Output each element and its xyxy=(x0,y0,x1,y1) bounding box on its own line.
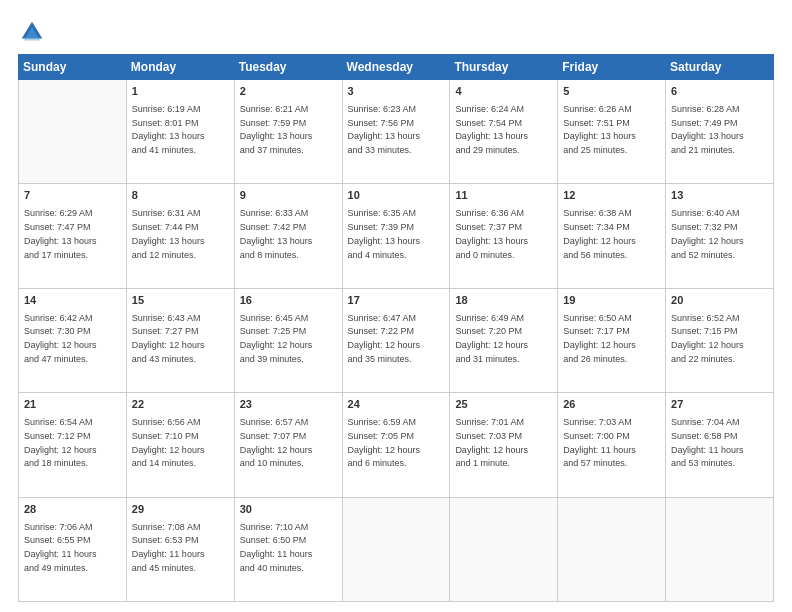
week-row-1: 7Sunrise: 6:29 AM Sunset: 7:47 PM Daylig… xyxy=(19,184,774,288)
day-info: Sunrise: 7:04 AM Sunset: 6:58 PM Dayligh… xyxy=(671,417,744,468)
calendar-cell: 2Sunrise: 6:21 AM Sunset: 7:59 PM Daylig… xyxy=(234,80,342,184)
day-number: 21 xyxy=(24,397,121,413)
day-number: 20 xyxy=(671,293,768,309)
day-number: 17 xyxy=(348,293,445,309)
calendar: SundayMondayTuesdayWednesdayThursdayFrid… xyxy=(18,54,774,602)
calendar-cell: 22Sunrise: 6:56 AM Sunset: 7:10 PM Dayli… xyxy=(126,393,234,497)
day-number: 13 xyxy=(671,188,768,204)
calendar-cell: 15Sunrise: 6:43 AM Sunset: 7:27 PM Dayli… xyxy=(126,288,234,392)
day-number: 27 xyxy=(671,397,768,413)
calendar-cell: 19Sunrise: 6:50 AM Sunset: 7:17 PM Dayli… xyxy=(558,288,666,392)
day-number: 5 xyxy=(563,84,660,100)
calendar-cell: 30Sunrise: 7:10 AM Sunset: 6:50 PM Dayli… xyxy=(234,497,342,601)
day-info: Sunrise: 6:24 AM Sunset: 7:54 PM Dayligh… xyxy=(455,104,528,155)
day-info: Sunrise: 6:43 AM Sunset: 7:27 PM Dayligh… xyxy=(132,313,205,364)
day-info: Sunrise: 6:50 AM Sunset: 7:17 PM Dayligh… xyxy=(563,313,636,364)
day-number: 16 xyxy=(240,293,337,309)
day-info: Sunrise: 6:54 AM Sunset: 7:12 PM Dayligh… xyxy=(24,417,97,468)
day-number: 6 xyxy=(671,84,768,100)
day-header-monday: Monday xyxy=(126,55,234,80)
day-header-thursday: Thursday xyxy=(450,55,558,80)
day-info: Sunrise: 6:35 AM Sunset: 7:39 PM Dayligh… xyxy=(348,208,421,259)
day-info: Sunrise: 7:06 AM Sunset: 6:55 PM Dayligh… xyxy=(24,522,97,573)
day-info: Sunrise: 6:57 AM Sunset: 7:07 PM Dayligh… xyxy=(240,417,313,468)
calendar-cell: 16Sunrise: 6:45 AM Sunset: 7:25 PM Dayli… xyxy=(234,288,342,392)
week-row-4: 28Sunrise: 7:06 AM Sunset: 6:55 PM Dayli… xyxy=(19,497,774,601)
day-header-tuesday: Tuesday xyxy=(234,55,342,80)
calendar-cell: 23Sunrise: 6:57 AM Sunset: 7:07 PM Dayli… xyxy=(234,393,342,497)
calendar-cell xyxy=(666,497,774,601)
calendar-cell: 6Sunrise: 6:28 AM Sunset: 7:49 PM Daylig… xyxy=(666,80,774,184)
day-info: Sunrise: 6:33 AM Sunset: 7:42 PM Dayligh… xyxy=(240,208,313,259)
calendar-cell: 8Sunrise: 6:31 AM Sunset: 7:44 PM Daylig… xyxy=(126,184,234,288)
day-info: Sunrise: 6:59 AM Sunset: 7:05 PM Dayligh… xyxy=(348,417,421,468)
calendar-cell: 26Sunrise: 7:03 AM Sunset: 7:00 PM Dayli… xyxy=(558,393,666,497)
day-info: Sunrise: 6:49 AM Sunset: 7:20 PM Dayligh… xyxy=(455,313,528,364)
day-number: 25 xyxy=(455,397,552,413)
header xyxy=(18,18,774,46)
calendar-cell: 12Sunrise: 6:38 AM Sunset: 7:34 PM Dayli… xyxy=(558,184,666,288)
calendar-cell xyxy=(342,497,450,601)
calendar-cell: 24Sunrise: 6:59 AM Sunset: 7:05 PM Dayli… xyxy=(342,393,450,497)
day-number: 8 xyxy=(132,188,229,204)
day-info: Sunrise: 6:38 AM Sunset: 7:34 PM Dayligh… xyxy=(563,208,636,259)
calendar-cell xyxy=(558,497,666,601)
day-header-wednesday: Wednesday xyxy=(342,55,450,80)
calendar-cell: 21Sunrise: 6:54 AM Sunset: 7:12 PM Dayli… xyxy=(19,393,127,497)
calendar-cell xyxy=(19,80,127,184)
day-number: 2 xyxy=(240,84,337,100)
day-number: 4 xyxy=(455,84,552,100)
day-info: Sunrise: 6:26 AM Sunset: 7:51 PM Dayligh… xyxy=(563,104,636,155)
day-info: Sunrise: 6:52 AM Sunset: 7:15 PM Dayligh… xyxy=(671,313,744,364)
logo xyxy=(18,18,50,46)
calendar-cell: 25Sunrise: 7:01 AM Sunset: 7:03 PM Dayli… xyxy=(450,393,558,497)
day-info: Sunrise: 6:56 AM Sunset: 7:10 PM Dayligh… xyxy=(132,417,205,468)
calendar-cell: 4Sunrise: 6:24 AM Sunset: 7:54 PM Daylig… xyxy=(450,80,558,184)
day-info: Sunrise: 6:23 AM Sunset: 7:56 PM Dayligh… xyxy=(348,104,421,155)
day-number: 29 xyxy=(132,502,229,518)
day-info: Sunrise: 6:28 AM Sunset: 7:49 PM Dayligh… xyxy=(671,104,744,155)
calendar-cell: 9Sunrise: 6:33 AM Sunset: 7:42 PM Daylig… xyxy=(234,184,342,288)
day-number: 3 xyxy=(348,84,445,100)
calendar-cell: 29Sunrise: 7:08 AM Sunset: 6:53 PM Dayli… xyxy=(126,497,234,601)
calendar-cell: 10Sunrise: 6:35 AM Sunset: 7:39 PM Dayli… xyxy=(342,184,450,288)
day-number: 10 xyxy=(348,188,445,204)
calendar-cell: 5Sunrise: 6:26 AM Sunset: 7:51 PM Daylig… xyxy=(558,80,666,184)
day-number: 22 xyxy=(132,397,229,413)
day-header-friday: Friday xyxy=(558,55,666,80)
calendar-cell: 13Sunrise: 6:40 AM Sunset: 7:32 PM Dayli… xyxy=(666,184,774,288)
day-info: Sunrise: 7:08 AM Sunset: 6:53 PM Dayligh… xyxy=(132,522,205,573)
day-number: 1 xyxy=(132,84,229,100)
calendar-cell: 1Sunrise: 6:19 AM Sunset: 8:01 PM Daylig… xyxy=(126,80,234,184)
day-number: 15 xyxy=(132,293,229,309)
calendar-cell: 28Sunrise: 7:06 AM Sunset: 6:55 PM Dayli… xyxy=(19,497,127,601)
day-info: Sunrise: 6:36 AM Sunset: 7:37 PM Dayligh… xyxy=(455,208,528,259)
calendar-cell: 14Sunrise: 6:42 AM Sunset: 7:30 PM Dayli… xyxy=(19,288,127,392)
logo-icon xyxy=(18,18,46,46)
day-info: Sunrise: 6:31 AM Sunset: 7:44 PM Dayligh… xyxy=(132,208,205,259)
day-number: 19 xyxy=(563,293,660,309)
day-number: 12 xyxy=(563,188,660,204)
day-number: 7 xyxy=(24,188,121,204)
day-info: Sunrise: 7:10 AM Sunset: 6:50 PM Dayligh… xyxy=(240,522,313,573)
calendar-cell: 20Sunrise: 6:52 AM Sunset: 7:15 PM Dayli… xyxy=(666,288,774,392)
calendar-cell: 17Sunrise: 6:47 AM Sunset: 7:22 PM Dayli… xyxy=(342,288,450,392)
day-info: Sunrise: 6:29 AM Sunset: 7:47 PM Dayligh… xyxy=(24,208,97,259)
day-number: 14 xyxy=(24,293,121,309)
day-number: 30 xyxy=(240,502,337,518)
day-info: Sunrise: 7:03 AM Sunset: 7:00 PM Dayligh… xyxy=(563,417,636,468)
week-row-0: 1Sunrise: 6:19 AM Sunset: 8:01 PM Daylig… xyxy=(19,80,774,184)
day-info: Sunrise: 6:42 AM Sunset: 7:30 PM Dayligh… xyxy=(24,313,97,364)
day-info: Sunrise: 6:40 AM Sunset: 7:32 PM Dayligh… xyxy=(671,208,744,259)
day-number: 11 xyxy=(455,188,552,204)
day-header-sunday: Sunday xyxy=(19,55,127,80)
week-row-3: 21Sunrise: 6:54 AM Sunset: 7:12 PM Dayli… xyxy=(19,393,774,497)
calendar-cell xyxy=(450,497,558,601)
days-header-row: SundayMondayTuesdayWednesdayThursdayFrid… xyxy=(19,55,774,80)
day-number: 23 xyxy=(240,397,337,413)
calendar-cell: 27Sunrise: 7:04 AM Sunset: 6:58 PM Dayli… xyxy=(666,393,774,497)
page: SundayMondayTuesdayWednesdayThursdayFrid… xyxy=(0,0,792,612)
day-info: Sunrise: 6:47 AM Sunset: 7:22 PM Dayligh… xyxy=(348,313,421,364)
day-info: Sunrise: 6:45 AM Sunset: 7:25 PM Dayligh… xyxy=(240,313,313,364)
day-number: 9 xyxy=(240,188,337,204)
